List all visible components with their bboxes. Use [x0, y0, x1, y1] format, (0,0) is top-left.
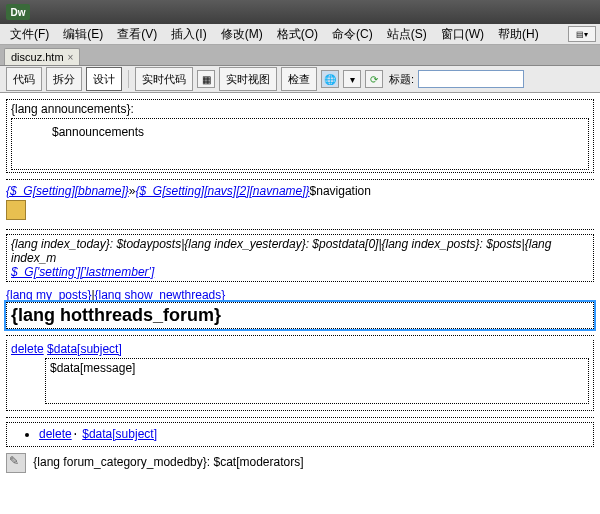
document-toolbar: 代码 拆分 设计 实时代码 ▦ 实时视图 检查 🌐 ▾ ⟳ 标题:	[0, 66, 600, 93]
menu-file[interactable]: 文件(F)	[4, 25, 55, 44]
navigation-tail: $navigation	[310, 184, 371, 198]
subject-link[interactable]: $data[subject]	[47, 342, 122, 356]
globe-icon[interactable]: 🌐	[321, 70, 339, 88]
navname-link[interactable]: {$_G[setting][navs][2][navname]}	[135, 184, 309, 198]
myposts-link[interactable]: {lang my_posts}	[6, 288, 91, 302]
live-view-button[interactable]: 实时视图	[219, 67, 277, 91]
menu-site[interactable]: 站点(S)	[381, 25, 433, 44]
menu-insert[interactable]: 插入(I)	[165, 25, 212, 44]
menu-window[interactable]: 窗口(W)	[435, 25, 490, 44]
file-tab[interactable]: discuz.htm ×	[4, 48, 80, 65]
subject-link[interactable]: $data[subject]	[82, 427, 157, 441]
divider	[6, 417, 594, 418]
links-line[interactable]: {lang my_posts}|{lang show_newthreads}	[6, 288, 594, 302]
menu-command[interactable]: 命令(C)	[326, 25, 379, 44]
split-view-button[interactable]: 拆分	[46, 67, 82, 91]
menu-help[interactable]: 帮助(H)	[492, 25, 545, 44]
layout-dropdown-icon[interactable]: ▤▾	[568, 26, 596, 42]
divider	[6, 229, 594, 230]
menu-edit[interactable]: 编辑(E)	[57, 25, 109, 44]
separator	[128, 70, 129, 88]
title-bar: Dw	[0, 0, 600, 24]
design-view-button[interactable]: 设计	[86, 67, 122, 91]
announcements-block[interactable]: {lang announcements}: $announcements	[6, 99, 594, 173]
file-tab-label: discuz.htm	[11, 51, 64, 63]
edit-handle-icon[interactable]	[6, 453, 26, 473]
breadcrumb-line[interactable]: {$_G[setting][bbname]}»{$_G[setting][nav…	[6, 184, 594, 198]
delete-link[interactable]: delete	[39, 427, 72, 441]
stats-block[interactable]: {lang index_today}: $todayposts|{lang in…	[6, 234, 594, 282]
stats-text: {lang index_today}: $todayposts|{lang in…	[11, 237, 551, 265]
menu-modify[interactable]: 修改(M)	[215, 25, 269, 44]
design-canvas[interactable]: {lang announcements}: $announcements {$_…	[0, 93, 600, 514]
delete-link[interactable]: delete	[11, 342, 44, 356]
browse-options-icon[interactable]: ▾	[343, 70, 361, 88]
live-code-options-icon[interactable]: ▦	[197, 70, 215, 88]
message-text: $data[message]	[50, 361, 135, 375]
thread-list: delete· $data[subject]	[39, 427, 589, 442]
menu-view[interactable]: 查看(V)	[111, 25, 163, 44]
category-line[interactable]: {lang forum_category_modedby}: $cat[mode…	[6, 453, 594, 473]
category-text: {lang forum_category_modedby}: $cat[mode…	[33, 455, 303, 469]
code-view-button[interactable]: 代码	[6, 67, 42, 91]
bbname-link[interactable]: {$_G[setting][bbname]}	[6, 184, 129, 198]
title-label: 标题:	[389, 72, 414, 87]
divider	[6, 335, 594, 336]
announce-label: {lang announcements}:	[11, 102, 134, 116]
menu-format[interactable]: 格式(O)	[271, 25, 324, 44]
divider	[6, 179, 594, 180]
announcements-inner[interactable]: $announcements	[11, 118, 589, 170]
close-icon[interactable]: ×	[68, 52, 74, 63]
title-input[interactable]	[418, 70, 524, 88]
app-logo: Dw	[6, 4, 30, 20]
menu-bar: 文件(F) 编辑(E) 查看(V) 插入(I) 修改(M) 格式(O) 命令(C…	[0, 24, 600, 45]
live-code-button[interactable]: 实时代码	[135, 67, 193, 91]
thread-block[interactable]: delete $data[subject] $data[message]	[6, 340, 594, 411]
announce-value: $announcements	[52, 125, 144, 139]
document-tab-bar: discuz.htm ×	[0, 45, 600, 66]
list-block[interactable]: delete· $data[subject]	[6, 422, 594, 447]
hotthreads-text: {lang hotthreads_forum}	[11, 305, 221, 325]
rss-icon[interactable]	[6, 200, 26, 220]
message-block[interactable]: $data[message]	[45, 358, 589, 404]
lastmember-link[interactable]: $_G['setting']['lastmember']	[11, 265, 154, 279]
inspect-button[interactable]: 检查	[281, 67, 317, 91]
newthreads-link[interactable]: {lang show_newthreads}	[95, 288, 226, 302]
refresh-icon[interactable]: ⟳	[365, 70, 383, 88]
hotthreads-heading[interactable]: {lang hotthreads_forum}	[6, 302, 594, 329]
list-item[interactable]: delete· $data[subject]	[39, 427, 589, 442]
